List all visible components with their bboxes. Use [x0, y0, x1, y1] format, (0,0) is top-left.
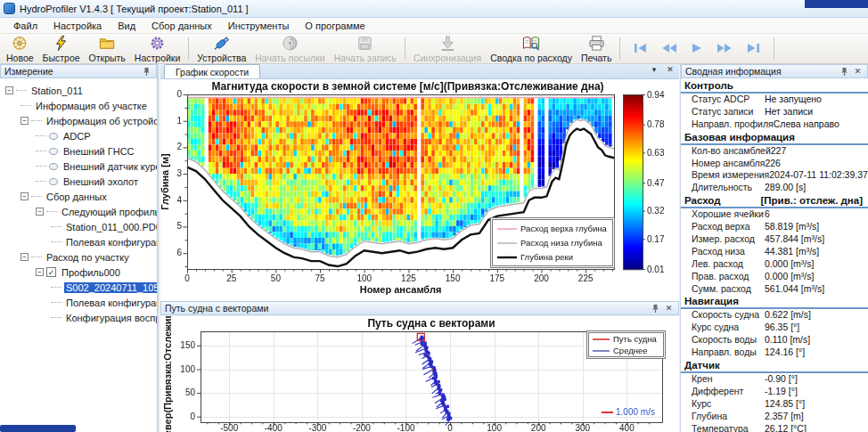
tree-connector	[31, 257, 42, 257]
summary-row-label: Статус записи	[692, 106, 765, 118]
menu-item-5[interactable]: О программе	[297, 20, 373, 32]
skip-start-button[interactable]	[631, 40, 651, 58]
folder-icon	[98, 35, 116, 52]
velocity-chart-panel	[160, 79, 679, 301]
tree-item[interactable]: Информация об участке	[0, 98, 157, 113]
summary-row-label: Крен	[692, 373, 765, 386]
summary-row-label: Сумм. расход	[692, 283, 765, 296]
menu-item-1[interactable]: Настройка	[45, 20, 110, 32]
play-button[interactable]	[688, 40, 706, 58]
gear-icon	[149, 35, 166, 52]
tree-item-label: Профиль000	[60, 267, 122, 278]
tree-expander-icon[interactable]: −	[36, 208, 44, 216]
compass-icon	[11, 35, 29, 52]
toolbar-button-printer[interactable]: Печать	[577, 35, 616, 62]
track-panel-title: Путь судна с векторами	[165, 303, 648, 314]
device-icon	[49, 178, 58, 185]
summary-row: Измер. расход457.844 [m³/s]	[681, 233, 868, 246]
toolbar-button-device[interactable]: Устройства	[192, 35, 250, 62]
device-icon	[49, 133, 58, 140]
tree-item[interactable]: −Информация об устройстве	[0, 113, 157, 128]
tree-expander-icon[interactable]: −	[5, 86, 13, 94]
toolbar-button-gear[interactable]: Настройки	[130, 35, 185, 62]
menu-item-2[interactable]: Вид	[110, 20, 143, 32]
summary-row-value: 226	[765, 158, 781, 170]
tree-item[interactable]: −Следующий профиль	[0, 204, 157, 219]
menu-item-0[interactable]: Файл	[5, 20, 45, 32]
play-icon	[690, 42, 704, 56]
ping-icon	[282, 35, 299, 52]
summary-row-value: 44.381 [m³/s]	[765, 246, 819, 258]
tree-item[interactable]: Внешний ГНСС	[0, 143, 157, 159]
tree-item[interactable]: Полевая конфигурация	[0, 234, 157, 249]
summary-row: Крен-0.90 [°]	[681, 373, 868, 386]
tree-expander-icon[interactable]: −	[36, 268, 44, 276]
tree-connector	[51, 241, 61, 242]
tree-item[interactable]: Внешний эхолот	[0, 174, 157, 189]
tree-item[interactable]: Station_011_000.PD0	[0, 219, 157, 234]
tree-item-label: Внешний ГНСС	[61, 146, 136, 157]
summary-row-value: -0.90 [°]	[765, 373, 798, 386]
summary-row-value: Не запущено	[765, 94, 822, 106]
close-icon[interactable]: ✕	[852, 66, 864, 77]
summary-row-label: Прав. расход	[692, 271, 765, 283]
summary-row: Скорость судна0.622 [m/s]	[681, 309, 868, 322]
toolbar-button-record: Начать запись	[330, 35, 401, 62]
tree-item[interactable]: S002_20240711_105	[0, 280, 157, 295]
summary-row-value: 0.622 [m/s]	[765, 309, 811, 322]
summary-row-value: 6	[765, 208, 770, 221]
tree-item[interactable]: −Сбор данных	[0, 189, 157, 204]
tree-expander-icon[interactable]: −	[20, 253, 29, 261]
tree-item[interactable]: −Station_011	[0, 83, 157, 98]
toolbar-separator	[405, 37, 405, 60]
tree-connector	[51, 317, 61, 318]
pin-icon[interactable]	[141, 66, 152, 77]
toolbar-button-label: Синхронизация	[414, 53, 481, 63]
tree-expander-icon[interactable]: −	[20, 192, 29, 200]
menu-item-3[interactable]: Сбор данных	[143, 20, 220, 32]
tree-item[interactable]: Внешний датчик курса	[0, 159, 157, 174]
summary-row-label: Номер ансамбля	[692, 158, 765, 170]
close-icon[interactable]: ✕	[665, 65, 676, 74]
tab-velocity-chart[interactable]: График скорости	[164, 64, 260, 78]
summary-section-subtitle: [Прив.: отслеж. дна]	[760, 195, 863, 206]
toolbar-button-ping: Начать посылки	[250, 35, 329, 62]
tree-connector	[31, 196, 42, 197]
tree-connector	[20, 105, 31, 106]
summary-row-value: 96.35 [°]	[765, 322, 799, 334]
pin-icon[interactable]	[650, 303, 661, 314]
ship-track-canvas[interactable]	[160, 316, 679, 432]
fast-forward-button[interactable]	[714, 40, 735, 58]
close-icon[interactable]: ✕	[663, 303, 675, 314]
tree-item[interactable]: Конфигурация воспроизведения	[0, 310, 157, 325]
device-icon	[212, 35, 232, 52]
velocity-heatmap-canvas[interactable]	[160, 79, 679, 301]
sync-icon	[439, 35, 456, 52]
chevron-down-icon[interactable]: ▾	[649, 65, 659, 74]
summary-row-value: -1.19 [°]	[765, 386, 798, 398]
summary-section-header: Навигация	[681, 296, 868, 309]
toolbar-button-report[interactable]: Сводка по расходу	[486, 35, 577, 62]
summary-row-value: 124.16 [°]	[765, 346, 805, 359]
toolbar-button-label: Печать	[581, 53, 611, 63]
lightning-icon	[53, 35, 70, 52]
skip-end-button[interactable]	[743, 40, 763, 58]
tree-item[interactable]: −✓Профиль000	[0, 265, 157, 280]
rewind-button[interactable]	[659, 40, 680, 58]
toolbar-button-compass[interactable]: Новое	[2, 35, 38, 62]
tree-item[interactable]: −Расход по участку	[0, 249, 157, 265]
tree-item-label: Следующий профиль	[60, 207, 157, 217]
summary-panel: Сводная информация ✕ КонтрольСтатус ADCP…	[680, 64, 868, 432]
summary-row-value: 561.044 [m³/s]	[765, 283, 824, 296]
tree-item[interactable]: Полевая конфигурация	[0, 295, 157, 310]
summary-row-value: 124.85 [°]	[765, 398, 805, 411]
summary-row-value: 26.12 [°C]	[765, 423, 807, 432]
toolbar-button-folder[interactable]: Открыть	[85, 35, 130, 62]
tree-item[interactable]: ADCP	[0, 128, 157, 143]
checkbox-checked-icon[interactable]: ✓	[46, 267, 56, 277]
toolbar-button-lightning[interactable]: Быстрое	[38, 35, 85, 62]
tree-expander-icon[interactable]: −	[20, 117, 29, 125]
pin-icon[interactable]	[839, 66, 850, 77]
menu-item-4[interactable]: Инструменты	[220, 20, 298, 32]
skip-start-icon	[633, 42, 649, 56]
